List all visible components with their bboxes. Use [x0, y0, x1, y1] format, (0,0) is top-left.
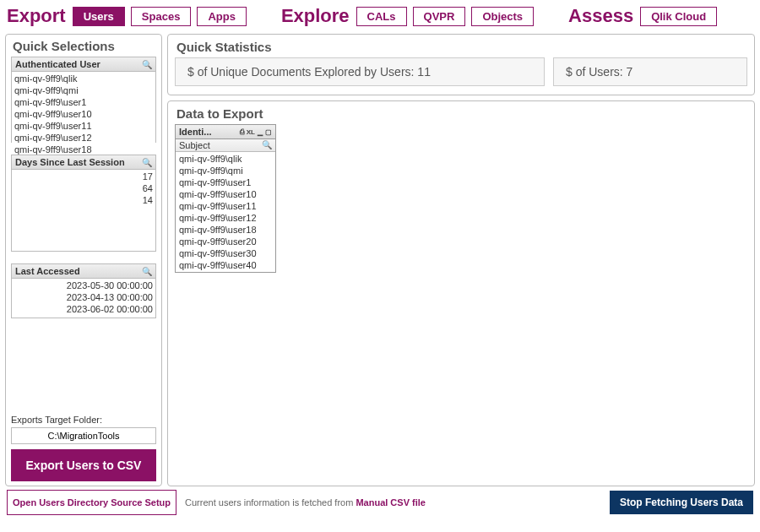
nav-title-export: Export	[7, 5, 66, 27]
table-row[interactable]: qmi-qv-9ff9\user20	[179, 236, 272, 247]
table-row[interactable]: qmi-qv-9ff9\user11	[179, 200, 272, 212]
search-icon[interactable]: 🔍	[142, 60, 152, 69]
export-users-button[interactable]: Export Users to CSV	[11, 449, 156, 481]
quick-selections-title: Quick Selections	[13, 39, 156, 53]
target-folder-label: Exports Target Folder:	[11, 415, 156, 425]
target-folder-input[interactable]	[11, 427, 156, 444]
listbox-auth-body[interactable]: qmi-qv-9ff9\qlik qmi-qv-9ff9\qmi qmi-qv-…	[12, 72, 155, 156]
list-item[interactable]: 64	[14, 182, 153, 194]
table-row[interactable]: qmi-qv-9ff9\user40	[179, 259, 272, 271]
nav-title-explore: Explore	[281, 5, 350, 27]
nav-users[interactable]: Users	[73, 7, 125, 26]
nav-cals[interactable]: CALs	[356, 7, 407, 26]
print-icon[interactable]: ⎙	[240, 128, 244, 136]
quick-selections-panel: Quick Selections Authenticated User 🔍 qm…	[5, 34, 162, 486]
stop-fetching-button[interactable]: Stop Fetching Users Data	[610, 491, 753, 514]
list-item[interactable]: qmi-qv-9ff9\qmi	[14, 84, 153, 96]
listbox-authenticated-user[interactable]: Authenticated User 🔍 qmi-qv-9ff9\qlik qm…	[11, 57, 156, 143]
nav-qlik-cloud[interactable]: Qlik Cloud	[640, 7, 717, 26]
table-row[interactable]: qmi-qv-9ff9\qlik	[179, 153, 272, 165]
identities-object[interactable]: Identi... ⎙ XL ▁ ▢ Subject 🔍 qmi-qv-9ff9…	[175, 124, 276, 273]
list-item[interactable]: qmi-qv-9ff9\qlik	[14, 73, 153, 84]
list-item[interactable]: 2023-06-02 00:00:00	[14, 303, 153, 315]
table-row[interactable]: qmi-qv-9ff9\user1	[179, 176, 272, 188]
table-row[interactable]: qmi-qv-9ff9\user30	[179, 247, 272, 259]
maximize-icon[interactable]: ▢	[265, 128, 272, 136]
minimize-icon[interactable]: ▁	[258, 128, 263, 136]
list-item[interactable]: qmi-qv-9ff9\user10	[14, 108, 153, 120]
nav-title-assess: Assess	[568, 5, 633, 27]
list-item[interactable]: 17	[14, 171, 153, 182]
footer: Open Users Directory Source Setup Curren…	[0, 486, 760, 518]
data-to-export-panel: Data to Export Identi... ⎙ XL ▁ ▢ Subjec…	[167, 100, 755, 486]
nav-spaces[interactable]: Spaces	[131, 7, 192, 26]
listbox-last-body[interactable]: 2023-05-30 00:00:00 2023-04-13 00:00:00 …	[12, 279, 155, 318]
table-row[interactable]: qmi-qv-9ff9\user18	[179, 224, 272, 236]
xl-icon[interactable]: XL	[247, 128, 255, 136]
nav-apps[interactable]: Apps	[197, 7, 247, 26]
table-row[interactable]: qmi-qv-9ff9\user12	[179, 212, 272, 224]
quick-statistics-title: Quick Statistics	[176, 40, 747, 54]
listbox-days-since[interactable]: Days Since Last Session 🔍 17 64 14	[11, 155, 156, 252]
search-icon[interactable]: 🔍	[262, 140, 272, 150]
list-item[interactable]: qmi-qv-9ff9\user1	[14, 96, 153, 108]
listbox-days-body[interactable]: 17 64 14	[12, 170, 155, 251]
footer-link[interactable]: Manual CSV file	[356, 497, 426, 508]
data-to-export-title: Data to Export	[176, 106, 747, 121]
table-row[interactable]: qmi-qv-9ff9\qmi	[179, 165, 272, 176]
list-item[interactable]: qmi-qv-9ff9\user12	[14, 132, 153, 144]
search-icon[interactable]: 🔍	[142, 267, 152, 276]
table-row[interactable]: qmi-qv-9ff9\user10	[179, 188, 272, 200]
search-icon[interactable]: 🔍	[142, 158, 152, 167]
list-item[interactable]: 2023-04-13 00:00:00	[14, 291, 153, 303]
open-source-setup-button[interactable]: Open Users Directory Source Setup	[7, 490, 176, 515]
identities-subheader[interactable]: Subject	[179, 140, 210, 150]
stat-users: $ of Users: 7	[553, 57, 747, 86]
listbox-auth-header: Authenticated User	[15, 59, 100, 69]
list-item[interactable]: 14	[14, 194, 153, 206]
listbox-last-header: Last Accessed	[15, 266, 80, 276]
footer-info: Current users information is fetched fro…	[185, 497, 426, 508]
nav-qvpr[interactable]: QVPR	[413, 7, 466, 26]
nav-objects[interactable]: Objects	[471, 7, 534, 26]
listbox-days-header: Days Since Last Session	[15, 157, 125, 167]
top-nav: Export Users Spaces Apps Explore CALs QV…	[0, 0, 760, 34]
quick-statistics-panel: Quick Statistics $ of Unique Documents E…	[167, 34, 755, 95]
list-item[interactable]: qmi-qv-9ff9\user18	[14, 144, 153, 155]
stat-unique-docs: $ of Unique Documents Explored by Users:…	[175, 57, 545, 86]
list-item[interactable]: 2023-05-30 00:00:00	[14, 280, 153, 291]
list-item[interactable]: qmi-qv-9ff9\user11	[14, 120, 153, 132]
listbox-last-accessed[interactable]: Last Accessed 🔍 2023-05-30 00:00:00 2023…	[11, 263, 156, 318]
identities-header: Identi...	[179, 127, 212, 137]
identities-body[interactable]: qmi-qv-9ff9\qlik qmi-qv-9ff9\qmi qmi-qv-…	[176, 152, 275, 272]
